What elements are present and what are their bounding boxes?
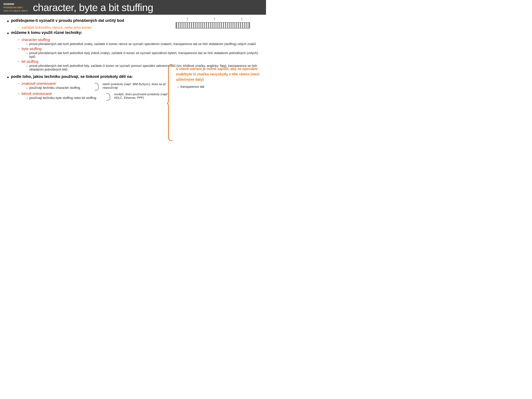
dash-text-1: začátek linkového rámce, nebo jeho konec: [21, 25, 92, 30]
dot-zn: •: [27, 87, 27, 89]
signal-stripes: [176, 23, 249, 28]
bottom-left-2: – bitově orientované • používají technik…: [18, 91, 117, 101]
arrow-up-3: ↑: [241, 17, 243, 21]
bottom-cols-2: – bitově orientované • používají technik…: [18, 91, 259, 101]
dot-bt: •: [27, 97, 27, 100]
dash-bs: –: [18, 47, 20, 51]
sub-sub-zn: • používají techniku character stuffing: [27, 86, 96, 90]
znakove-desc: používají techniku character stuffing: [29, 86, 80, 90]
sub-sub-bs: • proud přenášených dat tvoří jednotlivé…: [27, 51, 259, 59]
technique2-label: byte stuffing: [21, 47, 42, 51]
bullet-text-1: potřebujeme-li vyznačit v proudu přenáše…: [11, 18, 124, 23]
arrows-row: ↑ ↑ ↑: [186, 17, 243, 21]
dot-bs: •: [27, 52, 27, 55]
course-name: Počítačové sítě I: [4, 6, 27, 9]
bottom-left-1: – znakově orientované • používají techni…: [18, 81, 96, 90]
dash-bt: –: [18, 91, 20, 95]
dash-zn: –: [18, 81, 20, 85]
bitove-note-text: novější, dnes používané protokoly (např.…: [113, 91, 177, 100]
dash-znakove: – znakově orientované: [18, 81, 96, 86]
dash-bit: –: [18, 59, 20, 63]
bullet-main-2: • můžeme k tomu využít různé techniky:: [7, 30, 259, 36]
brace-note-area: u všech variant je nutné zajistit, aby s…: [167, 61, 262, 142]
header: NSWI090 Počítačové sítě I verze 4.0, lek…: [0, 0, 266, 15]
bullet-dot-2: •: [7, 30, 9, 36]
technique1-label: character stuffing: [21, 38, 50, 42]
bullet-zn-desc: • používají techniku character stuffing: [27, 86, 96, 90]
bullet-bs-desc: • proud přenášených dat tvoří jednotlivé…: [27, 51, 259, 59]
dot-bit: •: [27, 65, 27, 68]
bitove-label: bitově orientované: [21, 91, 52, 96]
znakove-label: znakově orientované: [21, 81, 56, 86]
dot-cs: •: [27, 43, 27, 46]
diagram-area: ↑ ↑ ↑: [165, 17, 261, 30]
bullet-text-2: můžeme k tomu využít různé techniky:: [11, 30, 82, 35]
bitove-brace-svg: [106, 91, 113, 106]
signal-diagram: ↑ ↑ ↑: [165, 17, 261, 29]
bottom-cols-1: – znakově orientované • používají techni…: [18, 81, 259, 90]
slide-title: character, byte a bit stuffing: [33, 1, 262, 13]
sub-sub-bt: • používají techniku byte stuffing nebo …: [27, 96, 117, 100]
dash-bitove: – bitově orientované: [18, 91, 117, 96]
bullet-dot-3: •: [7, 74, 9, 80]
arrow-up-1: ↑: [186, 17, 189, 21]
version-label: verze 4.0, lekce 6, slide 6: [4, 9, 27, 13]
dash-cs: –: [18, 38, 20, 42]
header-left: NSWI090 Počítačové sítě I verze 4.0, lek…: [4, 2, 27, 13]
bullet-text-3: podle toho, jakou techniku používají, se…: [11, 74, 133, 79]
technique2-desc: proud přenášených dat tvoří jednotlivé b…: [29, 51, 259, 59]
technique1-desc: proud přenášených dat tvoří jednotlivé z…: [29, 42, 256, 46]
dash-character-stuffing: – character stuffing: [18, 38, 259, 42]
bitove-desc: používají techniku byte stuffing nebo bi…: [29, 96, 96, 100]
bullet-dot-1: •: [7, 18, 9, 24]
znakove-note-text: starší protokoly (např. IBM BySync), dne…: [101, 81, 167, 89]
orange-note-text: u všech variant je nutné zajistit, aby s…: [176, 66, 262, 82]
main-content: ↑ ↑ ↑ • potřebujeme-li vyznačit v proudu…: [0, 15, 266, 105]
technique3-label: bit stuffing: [21, 59, 38, 64]
signal-bar: [176, 22, 250, 29]
course-code: NSWI090: [4, 2, 27, 6]
dash-1: –: [18, 25, 20, 29]
sub-sub-cs: • proud přenášených dat tvoří jednotlivé…: [27, 42, 259, 46]
bullet-bt-desc: • používají techniku byte stuffing nebo …: [27, 96, 117, 100]
bullet-cs-desc: • proud přenášených dat tvoří jednotlivé…: [27, 42, 259, 46]
bitove-bracket: novější, dnes používané protokoly (např.…: [106, 91, 177, 106]
dash-byte-stuffing: – byte stuffing: [18, 47, 259, 51]
arrow-up-2: ↑: [213, 17, 216, 21]
